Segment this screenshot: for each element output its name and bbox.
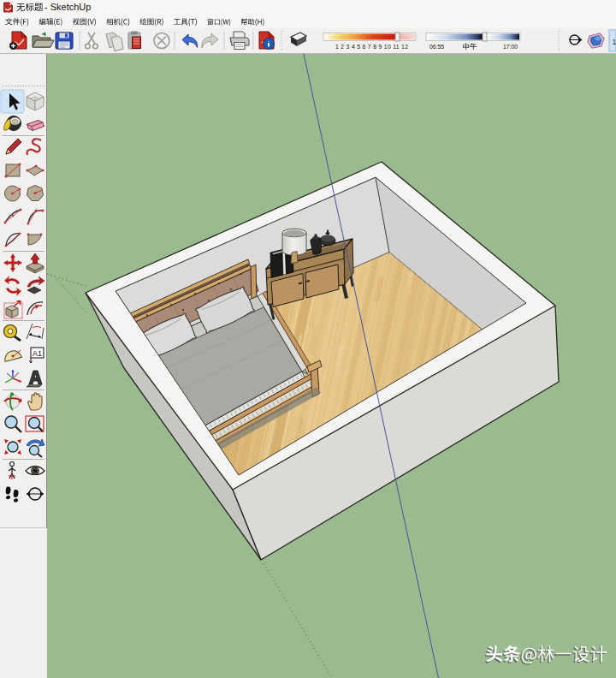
svg-text:- SketchUp: - SketchUp — [44, 2, 91, 12]
svg-text:A1: A1 — [33, 349, 42, 358]
svg-text:06:55: 06:55 — [429, 44, 444, 50]
svg-text:1 2 3 4 5 6 7 8 9 10 11 12: 1 2 3 4 5 6 7 8 9 10 11 12 — [335, 44, 408, 50]
svg-text:1: 1 — [613, 38, 616, 46]
svg-text:17:00: 17:00 — [503, 44, 518, 50]
